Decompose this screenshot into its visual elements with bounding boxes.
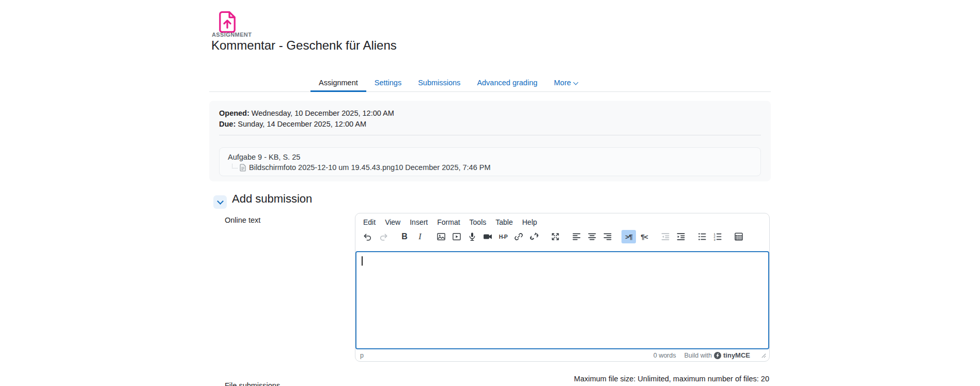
svg-text:3: 3	[714, 238, 715, 241]
file-submissions-label: File submissions	[225, 381, 280, 386]
tinymce-branding[interactable]: Build with tinyMCE	[685, 351, 751, 359]
attachment-timestamp: 10 December 2025, 7:46 PM	[395, 163, 490, 172]
tab-advanced-grading[interactable]: Advanced grading	[469, 74, 546, 92]
ltr-direction-button[interactable]: >¶	[621, 230, 636, 243]
editor-menubar: Edit View Insert Format Tools Table Help	[355, 213, 769, 229]
link-button[interactable]	[511, 230, 526, 243]
unlink-button[interactable]	[527, 230, 541, 243]
equation-editor-button[interactable]	[732, 230, 746, 243]
page-title: Kommentar - Geschenk für Aliens	[211, 38, 397, 53]
due-date: Due: Sunday, 14 December 2025, 12:00 AM	[219, 119, 761, 130]
tinymce-editor: Edit View Insert Format Tools Table Help…	[355, 213, 770, 362]
numbered-list-button[interactable]: 123	[710, 230, 725, 243]
record-video-button[interactable]	[480, 230, 495, 243]
menu-view[interactable]: View	[380, 216, 405, 228]
activity-description-box: Aufgabe 9 - KB, S. 25 Bildschirmfoto 202…	[219, 147, 761, 176]
file-icon	[240, 164, 246, 172]
align-center-button[interactable]	[585, 230, 599, 243]
main-content: ASSIGNMENT Kommentar - Geschenk für Alie…	[209, 0, 771, 386]
record-audio-button[interactable]	[465, 230, 479, 243]
menu-table[interactable]: Table	[491, 216, 517, 228]
divider	[219, 135, 761, 135]
align-left-button[interactable]	[569, 230, 584, 243]
menu-help[interactable]: Help	[518, 216, 542, 228]
opened-value: Wednesday, 10 December 2025, 12:00 AM	[252, 109, 394, 117]
chevron-down-icon	[573, 80, 579, 85]
image-button[interactable]	[434, 230, 448, 243]
activity-type-label: ASSIGNMENT	[212, 32, 252, 38]
menu-edit[interactable]: Edit	[359, 216, 380, 228]
description-text: Aufgabe 9 - KB, S. 25	[228, 152, 752, 162]
editor-toolbar: B I H-P	[355, 229, 769, 246]
media-button[interactable]	[449, 230, 464, 243]
attachment-filename[interactable]: Bildschirmfoto 2025-12-10 um 19.45.43.pn…	[249, 163, 395, 172]
menu-insert[interactable]: Insert	[405, 216, 432, 228]
attachment-row: Bildschirmfoto 2025-12-10 um 19.45.43.pn…	[228, 163, 752, 172]
fullscreen-button[interactable]	[548, 230, 563, 243]
rtl-direction-button[interactable]: ¶<	[637, 230, 651, 243]
redo-button[interactable]	[376, 230, 391, 243]
h5p-button[interactable]: H-P	[496, 230, 510, 243]
resize-grip[interactable]	[760, 352, 766, 358]
tree-branch-icon	[232, 164, 238, 168]
element-path[interactable]: p	[360, 352, 364, 359]
chevron-down-icon	[217, 198, 224, 205]
max-file-note: Maximum file size: Unlimited, maximum nu…	[574, 375, 769, 383]
editor-content-area[interactable]	[355, 251, 769, 349]
due-label: Due:	[219, 120, 236, 128]
text-cursor	[362, 256, 363, 266]
bold-button[interactable]: B	[397, 230, 412, 243]
menu-format[interactable]: Format	[432, 216, 464, 228]
italic-button[interactable]: I	[413, 230, 427, 243]
tab-submissions[interactable]: Submissions	[410, 74, 469, 92]
menu-tools[interactable]: Tools	[465, 216, 491, 228]
editor-statusbar: p 0 words Build with tinyMCE	[355, 349, 769, 361]
word-count[interactable]: 0 words	[654, 352, 676, 359]
online-text-label: Online text	[225, 216, 260, 224]
bullet-list-button[interactable]	[695, 230, 709, 243]
opened-label: Opened:	[219, 109, 250, 117]
tab-assignment[interactable]: Assignment	[310, 74, 366, 92]
add-submission-heading: Add submission	[232, 192, 312, 206]
outdent-button[interactable]	[658, 230, 673, 243]
tab-more[interactable]: More	[546, 74, 586, 92]
secondary-navigation: Assignment Settings Submissions Advanced…	[209, 74, 771, 92]
tinymce-logo-icon	[714, 352, 721, 359]
due-value: Sunday, 14 December 2025, 12:00 AM	[238, 120, 366, 128]
undo-button[interactable]	[361, 230, 375, 243]
collapse-toggle-button[interactable]	[213, 195, 227, 209]
tab-settings[interactable]: Settings	[366, 74, 410, 92]
activity-info-box: Opened: Wednesday, 10 December 2025, 12:…	[209, 101, 771, 181]
align-right-button[interactable]	[600, 230, 615, 243]
indent-button[interactable]	[674, 230, 688, 243]
opened-date: Opened: Wednesday, 10 December 2025, 12:…	[219, 108, 761, 119]
